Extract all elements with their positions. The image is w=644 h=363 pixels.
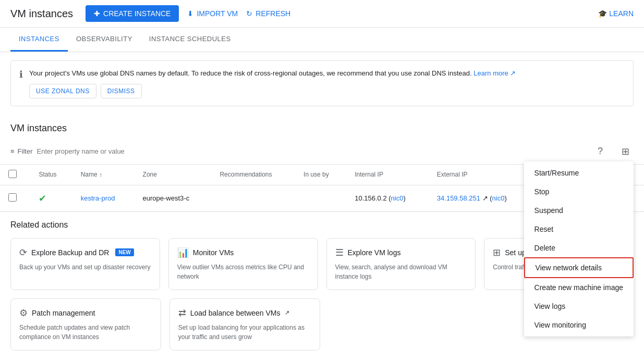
header-external-ip: External IP: [429, 165, 534, 185]
menu-item-view-network[interactable]: View network details: [524, 257, 634, 278]
header: VM instances ✚ CREATE INSTANCE ⬇ IMPORT …: [0, 0, 644, 28]
help-icon: ?: [598, 146, 603, 157]
card-load-balance-header: ⇄ Load balance between VMs ↗: [178, 307, 311, 319]
create-instance-icon: ✚: [94, 9, 100, 18]
row-external-ip: 34.159.58.251 ↗ (nic0): [429, 185, 534, 211]
menu-item-suspend[interactable]: Suspend: [524, 201, 634, 220]
row-status: ✔: [30, 185, 72, 211]
menu-item-create-machine-image[interactable]: Create new machine image: [524, 278, 634, 297]
card-patch-header: ⚙ Patch management: [19, 307, 152, 319]
load-balance-icon: ⇄: [178, 307, 186, 319]
info-icon: ℹ: [19, 69, 23, 80]
refresh-icon: ↻: [246, 9, 252, 18]
header-in-use-by: In use by: [295, 165, 346, 185]
card-patch-desc: Schedule patch updates and view patch co…: [19, 323, 152, 342]
help-icon-button[interactable]: ?: [592, 143, 609, 160]
row-internal-ip: 10.156.0.2 (nic0): [346, 185, 429, 211]
select-all-checkbox[interactable]: [8, 170, 17, 178]
menu-item-view-logs[interactable]: View logs: [524, 297, 634, 316]
row-recommendations: [211, 185, 295, 211]
external-ip-link[interactable]: 34.159.58.251: [437, 194, 480, 202]
patch-icon: ⚙: [19, 307, 28, 319]
row-zone: europe-west3-c: [135, 185, 212, 211]
instance-name-link[interactable]: kestra-prod: [81, 194, 115, 202]
row-checkbox[interactable]: [8, 193, 17, 202]
card-load-balance-desc: Set up load balancing for your applicati…: [178, 323, 311, 342]
context-menu: Start/Resume Stop Suspend Reset Delete V…: [524, 161, 634, 336]
new-badge: NEW: [115, 248, 133, 256]
filter-icon: ≡: [10, 147, 15, 155]
tab-instances[interactable]: INSTANCES: [10, 28, 68, 52]
dns-banner: ℹ Your project's VMs use global DNS name…: [10, 60, 634, 106]
external-ip-nic-link[interactable]: nic0: [492, 194, 505, 202]
row-name: kestra-prod: [72, 185, 135, 211]
card-backup-dr-header: ⟳ Explore Backup and DR NEW: [19, 247, 151, 258]
header-checkbox-cell: [0, 165, 30, 185]
header-recommendations: Recommendations: [211, 165, 295, 185]
filter-input[interactable]: [37, 147, 588, 155]
card-monitor-vms[interactable]: 📊 Monitor VMs View outlier VMs across me…: [168, 238, 318, 290]
filter-label: ≡ Filter: [10, 147, 32, 155]
card-load-balance[interactable]: ⇄ Load balance between VMs ↗ Set up load…: [169, 298, 320, 351]
row-checkbox-cell: [0, 185, 30, 211]
card-backup-dr[interactable]: ⟳ Explore Backup and DR NEW Back up your…: [10, 238, 160, 290]
tabs-bar: INSTANCES OBSERVABILITY INSTANCE SCHEDUL…: [0, 28, 644, 52]
vm-instances-section-title: VM instances: [0, 115, 644, 139]
header-name[interactable]: Name ↑: [72, 165, 135, 185]
row-in-use-by: [295, 185, 346, 211]
internal-ip-nic-link[interactable]: nic0: [391, 194, 404, 202]
learn-more-link[interactable]: Learn more ↗: [473, 69, 516, 77]
learn-icon: 🎓: [598, 9, 607, 18]
monitor-icon: 📊: [177, 247, 189, 258]
banner-content: Your project's VMs use global DNS names …: [29, 68, 516, 98]
banner-actions: USE ZONAL DNS DISMISS: [29, 84, 516, 98]
header-internal-ip: Internal IP: [346, 165, 429, 185]
firewall-icon: ⊞: [493, 247, 501, 258]
filter-actions: ? ⊞: [592, 143, 634, 160]
refresh-button[interactable]: ↻ REFRESH: [246, 9, 290, 18]
menu-item-reset[interactable]: Reset: [524, 220, 634, 239]
tab-instance-schedules[interactable]: INSTANCE SCHEDULES: [141, 28, 239, 52]
header-zone: Zone: [135, 165, 212, 185]
create-instance-button[interactable]: ✚ CREATE INSTANCE: [86, 5, 179, 22]
card-vm-logs[interactable]: ☰ Explore VM logs View, search, analyse …: [326, 238, 476, 290]
learn-button[interactable]: 🎓 LEARN: [598, 9, 634, 18]
menu-item-view-monitoring[interactable]: View monitoring: [524, 316, 634, 334]
import-vm-button[interactable]: ⬇ IMPORT VM: [187, 9, 238, 18]
card-monitor-desc: View outlier VMs across metrics like CPU…: [177, 262, 309, 281]
columns-icon: ⊞: [622, 146, 629, 157]
banner-text: Your project's VMs use global DNS names …: [29, 68, 516, 79]
card-backup-dr-desc: Back up your VMs and set up disaster rec…: [19, 262, 151, 272]
columns-icon-button[interactable]: ⊞: [617, 143, 634, 160]
page-title: VM instances: [10, 8, 73, 20]
backup-dr-icon: ⟳: [19, 247, 27, 258]
menu-item-delete[interactable]: Delete: [524, 239, 634, 257]
status-running-icon: ✔: [39, 193, 46, 204]
card-monitor-header: 📊 Monitor VMs: [177, 247, 309, 258]
use-zonal-dns-button[interactable]: USE ZONAL DNS: [29, 84, 96, 98]
card-patch-management[interactable]: ⚙ Patch management Schedule patch update…: [10, 298, 161, 351]
filter-bar: ≡ Filter ? ⊞: [0, 139, 644, 165]
card-vm-logs-header: ☰ Explore VM logs: [335, 247, 467, 258]
card-vm-logs-desc: View, search, analyse and download VM in…: [335, 262, 467, 281]
sort-name-icon: ↑: [99, 171, 102, 178]
import-icon: ⬇: [187, 9, 193, 18]
tab-observability[interactable]: OBSERVABILITY: [68, 28, 141, 52]
dismiss-button[interactable]: DISMISS: [101, 84, 142, 98]
menu-item-start-resume[interactable]: Start/Resume: [524, 164, 634, 182]
vm-logs-icon: ☰: [335, 247, 344, 258]
external-link-icon: ↗: [285, 309, 289, 316]
menu-item-stop[interactable]: Stop: [524, 182, 634, 201]
header-status: Status: [30, 165, 72, 185]
